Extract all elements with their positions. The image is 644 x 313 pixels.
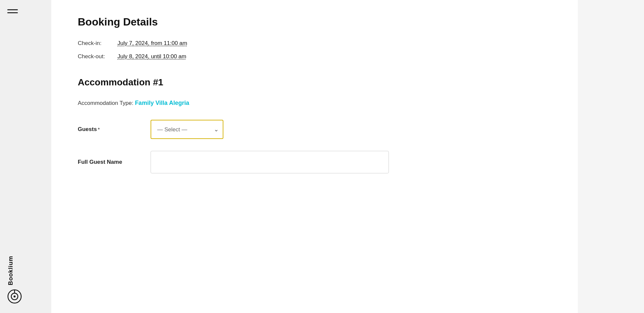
accommodation-section: Accommodation #1 Accommodation Type: Fam… <box>78 77 551 173</box>
checkout-row: Check-out: July 8, 2024, until 10:00 am <box>78 53 551 60</box>
guests-select[interactable]: — Select — 1 2 3 4 5 6 <box>151 120 223 139</box>
svg-point-3 <box>14 295 16 297</box>
brand-logo-icon <box>7 289 22 304</box>
checkout-label: Check-out: <box>78 53 114 60</box>
accommodation-type-row: Accommodation Type: Family Villa Alegria <box>78 100 551 107</box>
checkin-row: Check-in: July 7, 2024, from 11:00 am <box>78 40 551 47</box>
brand-area: Booklium <box>7 256 22 304</box>
guests-field: Guests* — Select — 1 2 3 4 5 6 ⌄ <box>78 120 551 139</box>
full-name-label: Full Guest Name <box>78 159 151 165</box>
accommodation-title: Accommodation #1 <box>78 77 551 88</box>
sidebar-right <box>578 0 644 313</box>
hamburger-menu-button[interactable] <box>7 9 18 13</box>
checkin-label: Check-in: <box>78 40 114 47</box>
guests-required-star: * <box>98 127 100 132</box>
checkin-date: July 7, 2024, from 11:00 am <box>117 40 187 47</box>
full-guest-name-field: Full Guest Name <box>78 151 551 173</box>
main-content: Booking Details Check-in: July 7, 2024, … <box>51 0 578 313</box>
booking-details-section: Check-in: July 7, 2024, from 11:00 am Ch… <box>78 40 551 60</box>
accommodation-type-value: Family Villa Alegria <box>135 100 189 107</box>
accommodation-type-label: Accommodation Type: <box>78 100 133 107</box>
checkout-date: July 8, 2024, until 10:00 am <box>117 53 186 60</box>
guests-select-wrapper: — Select — 1 2 3 4 5 6 ⌄ <box>151 120 223 139</box>
page-title: Booking Details <box>78 16 551 28</box>
brand-name: Booklium <box>7 256 14 285</box>
guests-label: Guests* <box>78 126 151 133</box>
sidebar-left: Booklium <box>0 0 51 313</box>
guest-name-input[interactable] <box>151 151 389 173</box>
